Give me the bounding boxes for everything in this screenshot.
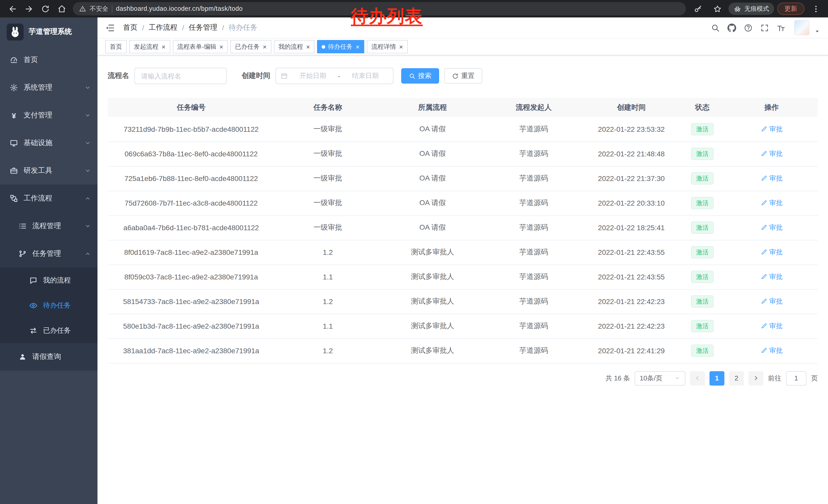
sidebar-item-system-management[interactable]: 系统管理	[0, 74, 97, 101]
prev-page-button[interactable]	[690, 371, 705, 385]
sidebar-item-process-management[interactable]: 流程管理	[0, 212, 97, 240]
cell-status: 激活	[679, 338, 726, 363]
url-text[interactable]: dashboard.yudao.iocoder.cn/bpm/task/todo	[116, 5, 243, 12]
tab-0[interactable]: 首页	[105, 40, 127, 53]
search-button[interactable]: 搜索	[401, 68, 439, 84]
cell-action: 审批	[726, 141, 818, 166]
sidebar-item-task-management[interactable]: 任务管理	[0, 240, 97, 268]
tab-close-icon[interactable]: ×	[399, 43, 403, 50]
app-logo[interactable]: 芋道管理系统	[0, 17, 97, 46]
tab-close-icon[interactable]: ×	[219, 43, 223, 50]
cell-task-name: 1.2	[275, 240, 381, 265]
github-icon[interactable]	[728, 23, 736, 32]
annotation-todo-list: 待办列表	[351, 5, 423, 28]
process-name-input[interactable]	[134, 68, 227, 84]
page-button-2[interactable]: 2	[729, 371, 744, 385]
breadcrumb-task-management[interactable]: 任务管理	[189, 23, 217, 32]
approve-link-label: 审批	[769, 149, 783, 158]
search-icon[interactable]	[711, 23, 720, 32]
pagination: 共 16 条 10条/页 1 2 前往 页	[108, 371, 818, 385]
breadcrumb-workflow[interactable]: 工作流程	[149, 23, 177, 32]
goto-page-input[interactable]	[786, 371, 806, 385]
tab-close-icon[interactable]: ×	[262, 43, 266, 50]
tab-close-icon[interactable]: ×	[306, 43, 310, 50]
approve-link[interactable]: 审批	[760, 248, 783, 257]
sidebar-item-infrastructure[interactable]: 基础设施	[0, 129, 97, 157]
browser-reload-button[interactable]	[38, 2, 52, 16]
cell-status: 激活	[679, 314, 726, 338]
start-date-placeholder[interactable]: 开始日期	[290, 71, 336, 81]
cell-action: 审批	[726, 338, 818, 363]
approve-link[interactable]: 审批	[760, 272, 783, 281]
approve-link[interactable]: 审批	[760, 321, 783, 331]
cell-status: 激活	[679, 141, 726, 166]
approve-link-label: 审批	[769, 321, 783, 331]
update-label: 更新	[784, 4, 797, 13]
next-page-button[interactable]	[748, 371, 763, 385]
fullscreen-icon[interactable]	[760, 23, 769, 32]
sidebar-item-done-task[interactable]: 已办任务	[0, 318, 97, 343]
sidebar-item-todo-task[interactable]: 待办任务	[0, 293, 97, 318]
tab-3[interactable]: 已办任务×	[230, 40, 271, 53]
chevron-down-icon	[85, 85, 91, 91]
date-range-picker[interactable]: 开始日期 - 结束日期	[276, 68, 394, 84]
approve-link[interactable]: 审批	[760, 223, 783, 232]
browser-back-button[interactable]	[5, 2, 19, 16]
table-row: 58154733-7ac8-11ec-a9e2-a2380e71991a 1.2…	[108, 289, 818, 314]
browser-home-button[interactable]	[54, 2, 69, 16]
tab-4[interactable]: 我的流程×	[274, 40, 315, 53]
sidebar-fold-icon[interactable]	[105, 23, 115, 33]
browser-forward-button[interactable]	[22, 2, 36, 16]
help-icon[interactable]	[744, 23, 753, 32]
sidebar-item-label: 基础设施	[24, 138, 52, 148]
password-key-button[interactable]	[691, 2, 705, 16]
approve-link-label: 审批	[769, 198, 783, 208]
three-dots-icon	[811, 4, 820, 13]
chevron-left-icon	[694, 375, 701, 381]
breadcrumb-home[interactable]: 首页	[123, 23, 137, 32]
tab-close-icon[interactable]: ×	[161, 43, 165, 50]
page-button-1[interactable]: 1	[709, 371, 724, 385]
caret-down-icon[interactable]	[814, 28, 820, 34]
sidebar-item-leave-query[interactable]: 请假查询	[0, 343, 97, 371]
approve-link[interactable]: 审批	[760, 124, 783, 134]
cell-task-id: 75d72608-7b7f-11ec-a3c8-acde48001122	[108, 191, 275, 215]
sidebar-item-workflow[interactable]: 工作流程	[0, 185, 97, 212]
approve-link[interactable]: 审批	[760, 297, 783, 306]
cell-initiator: 芋道源码	[484, 141, 584, 166]
browser-menu-button[interactable]	[809, 2, 823, 16]
reset-button-label: 重置	[461, 71, 474, 81]
tab-6[interactable]: 流程详情×	[367, 40, 408, 53]
cell-process: OA 请假	[381, 117, 484, 141]
tab-2[interactable]: 流程表单-编辑×	[173, 40, 228, 53]
cell-action: 审批	[726, 117, 818, 141]
sidebar-item-my-process[interactable]: 我的流程	[0, 268, 97, 293]
cell-process: 测试多审批人	[381, 338, 484, 363]
sidebar-item-dev-tools[interactable]: 研发工具	[0, 157, 97, 185]
approve-link[interactable]: 审批	[760, 149, 783, 158]
browser-update-button[interactable]: 更新	[777, 3, 804, 15]
font-size-icon[interactable]	[777, 23, 785, 32]
bookmark-star-button[interactable]	[710, 2, 724, 16]
tab-close-icon[interactable]: ×	[355, 43, 360, 50]
tab-1[interactable]: 发起流程×	[129, 40, 170, 53]
avatar[interactable]	[794, 20, 810, 35]
sidebar-item-payment-management[interactable]: ¥ 支付管理	[0, 101, 97, 129]
gear-icon	[10, 84, 18, 92]
date-range-separator: -	[338, 72, 340, 80]
edit-icon	[760, 323, 767, 329]
cell-process: OA 请假	[381, 215, 484, 240]
list-icon	[18, 222, 27, 230]
cell-create-time: 2022-01-22 21:37:30	[584, 166, 679, 191]
reset-button[interactable]: 重置	[444, 68, 482, 84]
security-label[interactable]: 不安全	[90, 4, 108, 13]
app-header: 首页 / 工作流程 / 任务管理 / 待办任务	[97, 17, 828, 39]
approve-link[interactable]: 审批	[760, 174, 783, 183]
approve-link[interactable]: 审批	[760, 346, 783, 355]
end-date-placeholder[interactable]: 结束日期	[342, 71, 388, 81]
sidebar-item-home[interactable]: 首页	[0, 46, 97, 74]
page-size-select[interactable]: 10条/页	[634, 371, 686, 385]
approve-link[interactable]: 审批	[760, 198, 783, 208]
tab-label: 已办任务	[235, 42, 259, 51]
tab-5[interactable]: 待办任务×	[317, 40, 364, 53]
